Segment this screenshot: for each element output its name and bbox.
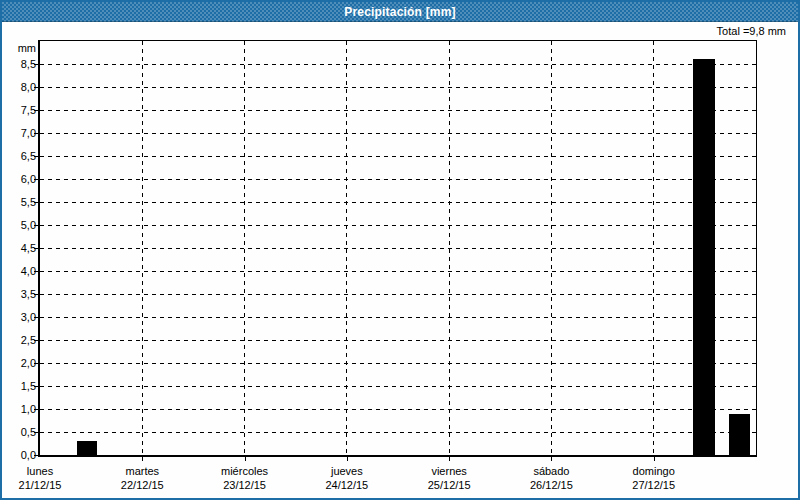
x-gridline bbox=[244, 41, 245, 455]
x-gridline bbox=[449, 41, 450, 455]
y-axis-tick-label: 7,5 bbox=[2, 103, 36, 117]
y-gridline bbox=[40, 409, 756, 410]
x-axis-tick bbox=[347, 457, 348, 461]
y-axis-tick-label: 2,0 bbox=[2, 356, 36, 370]
y-axis-tick-label: 5,5 bbox=[2, 195, 36, 209]
y-gridline bbox=[40, 202, 756, 203]
y-gridline bbox=[40, 156, 756, 157]
y-gridline bbox=[40, 317, 756, 318]
day-name: jueves bbox=[302, 464, 392, 478]
day-name: domingo bbox=[609, 464, 699, 478]
y-gridline bbox=[40, 133, 756, 134]
x-gridline bbox=[551, 41, 552, 455]
day-date: 23/12/15 bbox=[200, 478, 290, 492]
y-gridline bbox=[40, 363, 756, 364]
day-name: viernes bbox=[404, 464, 494, 478]
y-axis-tick-label: 8,5 bbox=[2, 57, 36, 71]
y-axis-tick-label: 6,0 bbox=[2, 172, 36, 186]
x-axis-tick bbox=[654, 457, 655, 461]
day-date: 21/12/15 bbox=[0, 478, 85, 492]
y-axis-tick-label: 5,0 bbox=[2, 218, 36, 232]
x-axis-day-label: martes22/12/15 bbox=[97, 464, 187, 492]
y-axis-unit-label: mm bbox=[2, 41, 36, 55]
y-gridline bbox=[40, 179, 756, 180]
day-name: miércoles bbox=[200, 464, 290, 478]
y-axis-tick-label: 6,5 bbox=[2, 149, 36, 163]
x-axis-tick bbox=[551, 457, 552, 461]
y-axis-tick-label: 0,0 bbox=[2, 448, 36, 462]
plot-area bbox=[38, 40, 757, 457]
x-axis-day-label: domingo27/12/15 bbox=[609, 464, 699, 492]
day-date: 25/12/15 bbox=[404, 478, 494, 492]
y-gridline bbox=[40, 110, 756, 111]
x-axis-tick bbox=[449, 457, 450, 461]
y-gridline bbox=[40, 294, 756, 295]
y-axis-tick-label: 3,5 bbox=[2, 287, 36, 301]
y-axis-tick-label: 1,5 bbox=[2, 379, 36, 393]
precipitation-chart-panel: Precipitación [mm] Total =9,8 mm mm 0,00… bbox=[0, 0, 800, 500]
x-axis-day-label: miércoles23/12/15 bbox=[200, 464, 290, 492]
y-gridline bbox=[40, 87, 756, 88]
x-axis-tick bbox=[245, 457, 246, 461]
y-gridline bbox=[40, 386, 756, 387]
x-axis-day-label: lunes21/12/15 bbox=[0, 464, 85, 492]
x-axis-day-label: jueves24/12/15 bbox=[302, 464, 392, 492]
x-axis-day-label: viernes25/12/15 bbox=[404, 464, 494, 492]
precipitation-bar bbox=[693, 59, 715, 455]
x-gridline bbox=[142, 41, 143, 455]
y-gridline bbox=[40, 248, 756, 249]
y-gridline bbox=[40, 340, 756, 341]
day-date: 26/12/15 bbox=[506, 478, 596, 492]
y-axis-tick-label: 3,0 bbox=[2, 310, 36, 324]
y-gridline bbox=[40, 225, 756, 226]
x-gridline bbox=[653, 41, 654, 455]
day-name: sábado bbox=[506, 464, 596, 478]
x-axis-day-label: sábado26/12/15 bbox=[506, 464, 596, 492]
y-axis-tick-label: 4,5 bbox=[2, 241, 36, 255]
y-gridline bbox=[40, 64, 756, 65]
y-axis-tick-label: 2,5 bbox=[2, 333, 36, 347]
y-axis-tick-label: 0,5 bbox=[2, 425, 36, 439]
y-axis-tick-label: 7,0 bbox=[2, 126, 36, 140]
window-title-bar: Precipitación [mm] bbox=[2, 2, 798, 22]
day-date: 22/12/15 bbox=[97, 478, 187, 492]
y-axis-tick-label: 1,0 bbox=[2, 402, 36, 416]
total-label: Total =9,8 mm bbox=[717, 24, 786, 38]
x-axis-tick bbox=[142, 457, 143, 461]
precipitation-bar bbox=[729, 414, 750, 455]
y-gridline bbox=[40, 271, 756, 272]
day-date: 24/12/15 bbox=[302, 478, 392, 492]
x-gridline bbox=[346, 41, 347, 455]
chart-title: Precipitación [mm] bbox=[344, 5, 456, 19]
day-name: martes bbox=[97, 464, 187, 478]
precipitation-bar bbox=[77, 441, 97, 455]
day-date: 27/12/15 bbox=[609, 478, 699, 492]
y-axis-tick-label: 4,0 bbox=[2, 264, 36, 278]
y-axis-tick-label: 8,0 bbox=[2, 80, 36, 94]
y-gridline bbox=[40, 432, 756, 433]
day-name: lunes bbox=[0, 464, 85, 478]
